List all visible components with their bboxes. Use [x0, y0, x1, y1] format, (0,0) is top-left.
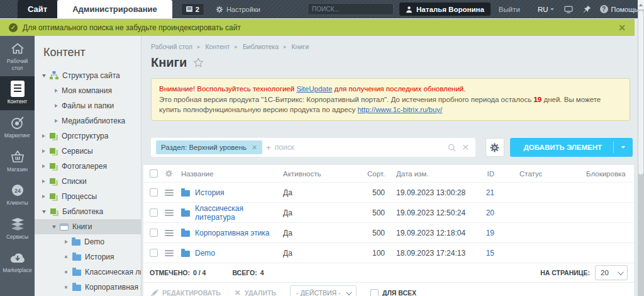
logout-link[interactable]: Выйти: [499, 6, 520, 13]
grid-settings-button[interactable]: [486, 138, 504, 157]
expand-icon[interactable]: [42, 149, 45, 153]
breadcrumb-link[interactable]: Библиотека: [243, 43, 279, 50]
expand-icon[interactable]: [55, 89, 58, 93]
tab-administration[interactable]: Администрирование: [57, 0, 172, 18]
breadcrumb-link[interactable]: Рабочий стол: [151, 43, 192, 50]
table-row[interactable]: Классическая литература Да 500 19.09.202…: [143, 203, 634, 223]
columns-gear-icon[interactable]: [165, 169, 173, 178]
expand-icon[interactable]: [42, 134, 45, 138]
add-filter-icon[interactable]: +: [266, 143, 271, 152]
favorite-star-icon[interactable]: [193, 57, 204, 68]
column-header-lock[interactable]: Блокировка: [561, 170, 628, 178]
buy-link[interactable]: http://www.1c-bitrix.ru/buy/: [357, 106, 442, 113]
row-checkbox[interactable]: [150, 249, 158, 257]
expand-icon[interactable]: [65, 240, 68, 244]
tree-item-services[interactable]: Сервисы: [35, 144, 141, 159]
breadcrumb-link[interactable]: Контент: [205, 43, 230, 50]
help-button[interactable]: ? Помощь: [600, 5, 638, 13]
column-header-id[interactable]: ID: [467, 170, 494, 178]
tree-item-photogallery[interactable]: Фотогалерея: [35, 159, 141, 174]
expand-icon[interactable]: [42, 195, 45, 198]
tree-item-my-company[interactable]: Моя компания: [35, 83, 141, 98]
scrollbar[interactable]: [638, 0, 644, 296]
table-row[interactable]: Корпоративная этика Да 500 19.09.2023 12…: [143, 223, 634, 243]
tree-item-lists[interactable]: Списки: [35, 174, 141, 189]
tree-item-orgstructure[interactable]: Оргструктура: [35, 128, 141, 144]
column-header-sort[interactable]: Сорт.: [352, 170, 385, 178]
row-menu-icon[interactable]: [165, 190, 174, 196]
edit-button[interactable]: РЕДАКТИРОВАТЬ: [151, 289, 221, 296]
tree-item-library[interactable]: Библиотека: [35, 204, 141, 219]
tree-item-files-folders[interactable]: Файлы и папки: [35, 98, 141, 113]
filter-search-bar[interactable]: Раздел: Верхний уровень ✕ + ✕: [151, 138, 475, 157]
collapse-icon[interactable]: [42, 210, 46, 213]
sidebar-item-services[interactable]: Сервисы: [0, 212, 35, 246]
column-header-active[interactable]: Активность: [283, 170, 352, 178]
row-id-link[interactable]: 15: [467, 249, 494, 258]
collapse-icon[interactable]: [42, 74, 46, 77]
row-name-link[interactable]: Классическая литература: [195, 204, 283, 222]
expand-icon[interactable]: [42, 179, 45, 183]
column-header-status[interactable]: Статус: [494, 170, 561, 178]
tree-item-corporate-ethics[interactable]: Корпоративная этика: [35, 280, 141, 295]
settings-button[interactable]: Настройки: [216, 6, 260, 13]
row-id-link[interactable]: 19: [467, 229, 494, 237]
sidebar-item-shop[interactable]: Магазин: [0, 144, 35, 178]
tree-item-site-structure[interactable]: Структура сайта: [35, 68, 141, 83]
clear-filter-icon[interactable]: ✕: [460, 142, 470, 152]
collapse-icon[interactable]: [52, 225, 56, 229]
row-checkbox[interactable]: [150, 188, 158, 196]
filter-search-input[interactable]: [275, 143, 443, 152]
search-icon[interactable]: [447, 143, 457, 152]
column-header-name[interactable]: Название: [181, 170, 283, 178]
scrollbar-thumb[interactable]: [638, 11, 643, 174]
scrollbar-up-arrow[interactable]: [638, 0, 644, 9]
table-row[interactable]: История Да 500 19.09.2023 13:00:28 21: [143, 183, 634, 203]
sidebar-item-content[interactable]: Контент: [0, 76, 35, 110]
tree-item-media-library[interactable]: Медиабиблиотека: [35, 113, 141, 128]
row-checkbox[interactable]: [150, 229, 158, 237]
sidebar-item-marketing[interactable]: Маркетинг: [0, 110, 35, 144]
notifications-badge[interactable]: 2: [181, 3, 204, 16]
row-menu-icon[interactable]: [165, 210, 174, 216]
breadcrumb-link[interactable]: Книги: [292, 43, 309, 50]
tree-item-history[interactable]: История: [35, 249, 141, 265]
notice-close-icon[interactable]: ✕: [618, 23, 626, 33]
add-element-dropdown[interactable]: [614, 146, 633, 149]
expand-icon[interactable]: [55, 119, 58, 123]
siteupdate-link[interactable]: SiteUpdate: [296, 85, 332, 93]
tree-item-processes[interactable]: Процессы: [35, 189, 141, 204]
add-element-button[interactable]: ДОБАВИТЬ ЭЛЕМЕНТ: [510, 138, 633, 157]
row-name-link[interactable]: Demo: [195, 249, 215, 258]
row-name-link[interactable]: История: [195, 188, 225, 197]
table-row[interactable]: Demo Да 100 18.09.2023 17:24:13 15: [143, 243, 634, 263]
tree-item-classic-literature[interactable]: Классическая литература: [35, 265, 141, 280]
user-menu-button[interactable]: Наталья Воронина: [399, 3, 491, 16]
sidebar-item-marketplace[interactable]: Marketplace: [0, 245, 35, 279]
tree-item-demo[interactable]: Demo: [35, 234, 141, 249]
row-id-link[interactable]: 20: [467, 208, 494, 217]
row-checkbox[interactable]: [150, 208, 158, 217]
tab-site[interactable]: Сайт: [18, 0, 57, 18]
select-all-checkbox[interactable]: [150, 169, 158, 178]
language-selector[interactable]: RU: [538, 6, 554, 13]
filter-chip-section[interactable]: Раздел: Верхний уровень ✕: [156, 140, 262, 154]
chip-remove-icon[interactable]: ✕: [252, 144, 257, 152]
expand-icon[interactable]: [42, 164, 45, 168]
tree-item-books[interactable]: Книги: [35, 219, 141, 234]
sidebar-item-clients[interactable]: 24 Клиенты: [0, 178, 35, 212]
hotkeys-button[interactable]: [564, 6, 573, 13]
column-header-modified[interactable]: Дата изм.: [385, 170, 467, 178]
delete-button[interactable]: ✕ УДАЛИТЬ: [235, 288, 276, 296]
row-id-link[interactable]: 21: [467, 188, 494, 197]
search-input[interactable]: [312, 6, 395, 13]
per-page-select[interactable]: 20: [595, 265, 628, 280]
actions-dropdown[interactable]: - ДЕЙСТВИЯ -: [290, 285, 357, 296]
pin-button[interactable]: [583, 5, 591, 13]
expand-icon[interactable]: [55, 104, 58, 108]
row-menu-icon[interactable]: [165, 250, 174, 256]
row-name-link[interactable]: Корпоративная этика: [195, 229, 270, 237]
for-all-checkbox[interactable]: [370, 289, 379, 296]
row-menu-icon[interactable]: [165, 230, 174, 236]
sidebar-item-desktop[interactable]: Рабочий стол: [0, 36, 35, 76]
